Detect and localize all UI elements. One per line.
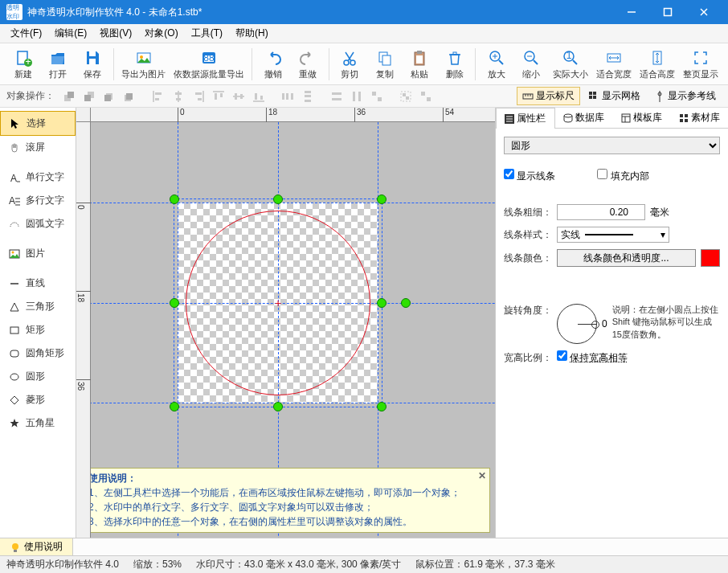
show-grid-toggle[interactable]: 显示网格: [583, 87, 646, 105]
minimize-button[interactable]: [613, 0, 649, 24]
show-ruler-toggle[interactable]: 显示标尺: [517, 87, 580, 105]
tool-select[interactable]: 选择: [0, 111, 76, 136]
zoom-out-button[interactable]: 缩小: [515, 45, 548, 84]
menu-edit[interactable]: 编辑(E): [48, 24, 93, 43]
tool-round-rect[interactable]: 圆角矩形: [0, 342, 76, 365]
redo-button[interactable]: 重做: [291, 45, 324, 84]
delete-button[interactable]: 删除: [438, 45, 471, 84]
tool-single-text[interactable]: A单行文字: [0, 166, 76, 189]
ungroup-button[interactable]: [417, 88, 435, 105]
help-button[interactable]: 使用说明: [0, 538, 73, 555]
hint-close-button[interactable]: ✕: [478, 470, 486, 481]
distribute-h-button[interactable]: [279, 88, 297, 105]
hand-icon: [8, 141, 21, 154]
handle-w[interactable]: [170, 298, 179, 308]
fit-width-button[interactable]: 适合宽度: [593, 45, 635, 84]
export-batch-button[interactable]: 88依数据源批量导出: [170, 45, 247, 84]
svg-rect-65: [282, 93, 284, 100]
watermark-canvas[interactable]: +: [178, 203, 378, 403]
svg-point-117: [12, 543, 18, 550]
align-right-button[interactable]: [190, 88, 207, 105]
shape-type-select[interactable]: 圆形: [504, 137, 720, 154]
svg-rect-1: [664, 9, 671, 16]
same-size-button[interactable]: [368, 88, 386, 105]
menu-object[interactable]: 对象(O): [138, 24, 184, 43]
fit-page-button[interactable]: 整页显示: [680, 45, 722, 84]
menu-view[interactable]: 视图(V): [93, 24, 138, 43]
save-button[interactable]: 保存: [76, 45, 109, 84]
export-batch-icon: 88: [199, 48, 219, 68]
show-line-checkbox[interactable]: 显示线条: [504, 169, 555, 183]
svg-rect-24: [453, 52, 456, 55]
show-guides-toggle[interactable]: 显示参考线: [648, 87, 722, 105]
svg-rect-66: [286, 93, 288, 100]
handle-se[interactable]: [377, 402, 386, 411]
color-label: 线条颜色：: [504, 252, 552, 265]
cut-button[interactable]: 剪切: [333, 45, 366, 84]
menu-file[interactable]: 文件(F): [4, 24, 48, 43]
zoom-in-button[interactable]: 放大: [480, 45, 513, 84]
svg-rect-46: [126, 93, 133, 100]
forward-button[interactable]: [100, 88, 118, 105]
tab-database[interactable]: 数据库: [555, 108, 613, 128]
tool-diamond[interactable]: 菱形: [0, 388, 76, 411]
tool-scroll[interactable]: 滚屏: [0, 136, 76, 159]
tool-line[interactable]: 直线: [0, 272, 76, 295]
same-width-button[interactable]: [328, 88, 346, 105]
tab-properties[interactable]: 属性栏: [496, 108, 555, 129]
handle-n[interactable]: [273, 194, 283, 204]
actual-size-button[interactable]: 1实际大小: [550, 45, 591, 84]
round-rect-icon: [8, 347, 21, 360]
align-left-button[interactable]: [149, 88, 167, 105]
handle-ne[interactable]: [377, 194, 386, 204]
align-center-h-button[interactable]: [170, 88, 187, 105]
new-button[interactable]: +新建: [6, 45, 39, 84]
maximize-button[interactable]: [649, 0, 685, 24]
svg-rect-40: [67, 92, 74, 98]
thickness-input[interactable]: [557, 204, 645, 220]
tool-image[interactable]: 图片: [0, 242, 76, 265]
tool-rect[interactable]: 矩形: [0, 318, 76, 342]
tool-triangle[interactable]: 三角形: [0, 295, 76, 318]
svg-rect-7: [89, 51, 96, 56]
handle-nw[interactable]: [170, 194, 179, 204]
align-middle-button[interactable]: [230, 88, 247, 105]
group-button[interactable]: [397, 88, 415, 105]
close-button[interactable]: [685, 0, 722, 24]
menu-help[interactable]: 帮助(H): [229, 24, 275, 43]
export-image-button[interactable]: 导出为图片: [118, 45, 169, 84]
line-style-select[interactable]: 实线▾: [557, 227, 669, 243]
tab-template[interactable]: 模板库: [613, 108, 671, 128]
bring-front-button[interactable]: [60, 88, 78, 105]
align-top-button[interactable]: [210, 88, 227, 105]
handle-e[interactable]: [377, 298, 386, 308]
open-button[interactable]: 打开: [41, 45, 74, 84]
color-swatch[interactable]: [701, 249, 720, 267]
canvas-area[interactable]: 0 18 36 54 0 18 36 +: [76, 108, 495, 538]
align-bottom-button[interactable]: [250, 88, 268, 105]
selection-box: [174, 199, 382, 407]
rotate-dial[interactable]: [557, 304, 597, 344]
same-height-button[interactable]: [348, 88, 366, 105]
line-color-button[interactable]: 线条颜色和透明度...: [557, 249, 696, 267]
handle-rotate[interactable]: [401, 298, 411, 308]
backward-button[interactable]: [121, 88, 138, 105]
paste-button[interactable]: 粘贴: [403, 45, 436, 84]
svg-rect-74: [358, 92, 361, 101]
handle-sw[interactable]: [170, 402, 179, 411]
keep-ratio-checkbox[interactable]: 保持宽高相等: [557, 350, 628, 365]
fit-height-button[interactable]: 适合高度: [636, 45, 678, 84]
tab-material[interactable]: 素材库: [670, 108, 728, 128]
copy-button[interactable]: 复制: [368, 45, 401, 84]
undo-button[interactable]: 撤销: [256, 45, 289, 84]
send-back-button[interactable]: [80, 88, 98, 105]
tool-circle[interactable]: 圆形: [0, 365, 76, 388]
handle-s[interactable]: [273, 402, 283, 411]
fill-inside-checkbox[interactable]: 填充内部: [597, 169, 648, 183]
distribute-v-button[interactable]: [299, 88, 317, 105]
style-label: 线条样式：: [504, 228, 552, 242]
tool-multi-text[interactable]: A多行文字: [0, 189, 76, 212]
menu-tools[interactable]: 工具(T): [185, 24, 229, 43]
tool-star[interactable]: 五角星: [0, 411, 76, 435]
tool-arc-text[interactable]: 圆弧文字: [0, 212, 76, 235]
